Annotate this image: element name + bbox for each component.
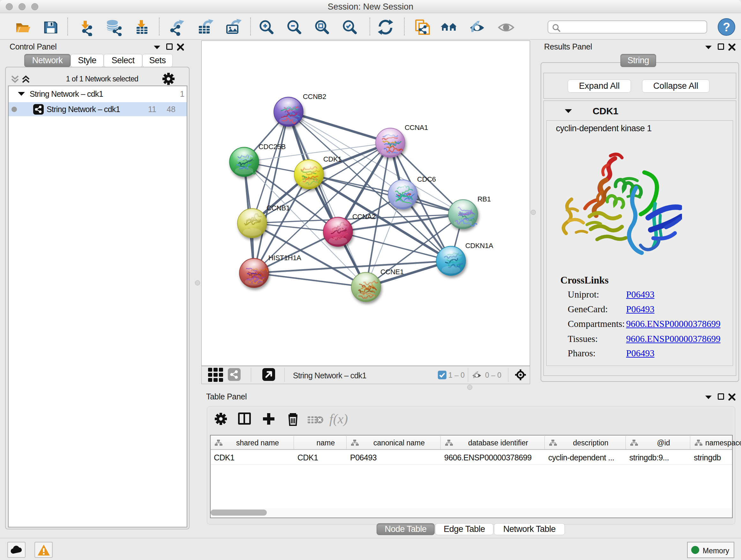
svg-text:CDKN1A: CDKN1A [465, 242, 493, 250]
svg-text:CCNB2: CCNB2 [303, 92, 326, 101]
svg-text:CDC6: CDC6 [417, 175, 436, 183]
svg-text:CDC25B: CDC25B [259, 143, 286, 151]
svg-text:CCNE1: CCNE1 [381, 268, 404, 276]
svg-text:HIST1H1A: HIST1H1A [268, 254, 301, 262]
svg-text:CCNA1: CCNA1 [405, 124, 428, 132]
svg-text:CCNA2: CCNA2 [352, 212, 376, 221]
svg-text:RB1: RB1 [477, 195, 491, 203]
svg-text:CCNB1: CCNB1 [266, 204, 290, 212]
svg-text:CDK1: CDK1 [323, 155, 342, 163]
